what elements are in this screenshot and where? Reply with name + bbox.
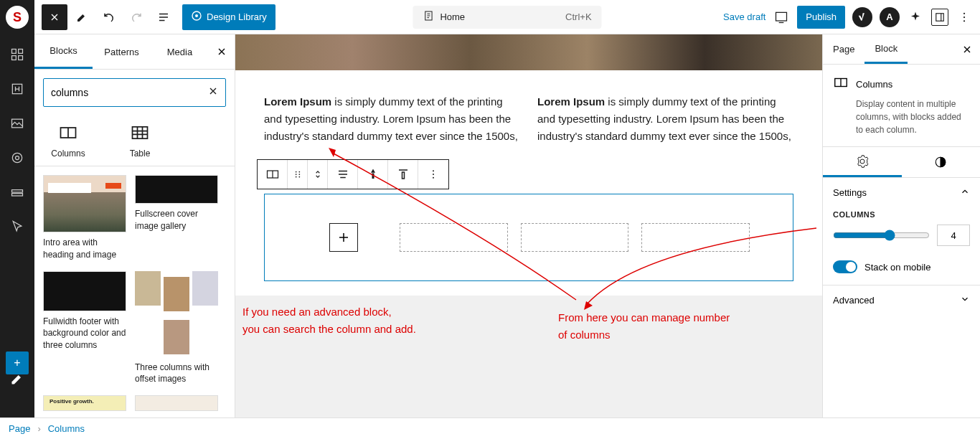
drag-handle[interactable] [288,160,308,189]
para-bold: Lorem Ipsum [264,95,331,108]
preview-button[interactable] [773,9,790,26]
ai-icon[interactable] [907,9,924,26]
footer-breadcrumb: Page › Columns [0,417,980,439]
more-menu-button[interactable] [956,9,973,26]
svg-rect-13 [776,12,787,21]
block-more-button[interactable] [418,160,448,189]
close-inserter-button[interactable] [209,34,235,69]
pattern-label: Three columns with offset images [135,362,218,386]
svg-rect-14 [936,13,944,21]
pattern-beige[interactable] [135,395,218,411]
move-arrows[interactable] [308,160,328,189]
site-logo[interactable] [6,6,29,29]
editor-canvas: Lorem Ipsum is simply dummy text of the … [235,34,822,417]
pattern-label: Intro area with heading and image [43,237,126,261]
block-toolbar [257,159,449,189]
block-columns[interactable]: Columns [43,123,93,159]
tab-patterns[interactable]: Patterns [93,34,151,69]
advanced-section-toggle[interactable]: Advanced [823,285,980,315]
columns-icon [833,75,849,93]
svg-point-16 [963,16,965,17]
table-icon [130,123,150,143]
settings-label: Settings [833,187,867,198]
tab-page[interactable]: Page [823,34,864,64]
styles-mode-button[interactable] [902,147,981,177]
tab-blocks[interactable]: Blocks [34,34,93,69]
top-toolbar: Design Library Home Ctrl+K Save draft Pu… [34,0,980,34]
columns-number-input[interactable] [937,225,970,246]
pattern-fullwidth-footer[interactable]: Fullwidth footer with background color a… [43,271,126,386]
align-button[interactable] [328,160,358,189]
columns-slider[interactable] [833,230,930,241]
design-library-button[interactable]: Design Library [182,4,275,30]
undo-button[interactable] [96,4,122,30]
svg-point-23 [295,176,296,178]
publish-button[interactable]: Publish [797,6,845,29]
edit-rail-icon[interactable] [9,370,26,387]
cursor-rail-icon[interactable] [9,218,26,235]
para-bold: Lorem Ipsum [537,95,605,108]
block-inserter-panel: Blocks Patterns Media Columns Table Intr… [34,34,235,417]
settings-rail-icon[interactable] [9,149,26,166]
svg-point-27 [433,170,434,171]
close-sidebar-button[interactable] [954,34,980,64]
breadcrumb-separator: › [37,423,40,434]
settings-mode-button[interactable] [823,147,902,177]
svg-rect-1 [19,49,23,54]
add-column-button[interactable] [329,223,358,252]
empty-column[interactable] [400,223,508,252]
tab-media[interactable]: Media [151,34,209,69]
block-table[interactable]: Table [115,123,165,159]
edit-mode-button[interactable] [69,4,95,30]
pattern-fullscreen-cover[interactable]: Fullscreen cover image gallery [135,175,218,261]
stack-on-mobile-toggle[interactable] [833,260,857,273]
pattern-label: Fullscreen cover image gallery [135,208,218,232]
page-switcher[interactable]: Home Ctrl+K [413,6,601,29]
breadcrumb-page[interactable]: Page [9,423,30,434]
block-table-label: Table [130,148,151,159]
svg-rect-9 [12,194,23,196]
pattern-label: Fullwidth footer with background color a… [43,316,126,351]
close-editor-button[interactable] [42,4,67,30]
breadcrumb-columns[interactable]: Columns [48,423,85,434]
svg-point-22 [295,174,296,175]
image-rail-icon[interactable] [9,115,26,132]
pattern-thumb [43,395,126,411]
list-view-button[interactable] [151,4,176,30]
block-search-input[interactable] [43,78,226,107]
two-column-text-block[interactable]: Lorem Ipsum is simply dummy text of the … [264,93,793,145]
annotation-2: From here you can manage number of colum… [558,309,730,344]
pattern-intro-area[interactable]: Intro area with heading and image [43,175,126,261]
sidebar-toggle-button[interactable] [931,9,948,26]
pattern-thumb [135,271,218,311]
svg-point-24 [298,171,300,173]
heading-rail-icon[interactable] [9,80,26,98]
columns-icon[interactable] [258,160,288,189]
svg-point-11 [195,14,198,17]
vertical-align-button[interactable] [388,160,418,189]
style-button[interactable] [358,160,388,189]
left-rail: + [0,0,34,417]
tab-block[interactable]: Block [864,34,908,64]
svg-point-28 [433,174,434,175]
plus-icon: + [14,357,20,369]
blocks-rail-icon[interactable] [9,46,26,63]
chevron-down-icon [960,294,970,306]
row-rail-icon[interactable] [9,184,26,201]
clear-search-button[interactable] [207,85,219,100]
pattern-positive-growth[interactable] [43,395,126,411]
empty-column[interactable] [521,223,629,252]
yoast-icon[interactable] [852,7,872,27]
pattern-three-col-offset[interactable]: Three columns with offset images [135,271,218,386]
svg-point-21 [295,171,296,173]
astra-icon[interactable]: A [880,7,900,27]
svg-point-17 [963,20,965,22]
settings-section-toggle[interactable]: Settings [823,178,980,207]
empty-column[interactable] [641,223,750,252]
columns-icon [58,123,78,143]
redo-button[interactable] [123,4,149,30]
save-draft-button[interactable]: Save draft [723,11,765,22]
columns-block-selected[interactable] [264,194,793,281]
svg-point-25 [298,174,300,175]
hero-image [235,34,822,70]
